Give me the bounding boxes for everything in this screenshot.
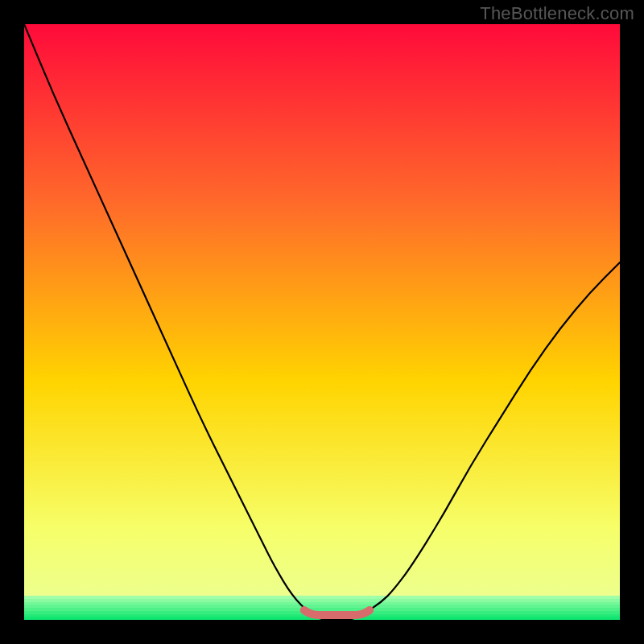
deviation-curve bbox=[24, 24, 620, 620]
plot-area bbox=[24, 24, 620, 620]
target-range-marker bbox=[304, 610, 369, 615]
chart-curves-svg bbox=[24, 24, 620, 620]
chart-container: TheBottleneck.com bbox=[0, 0, 644, 644]
watermark-text: TheBottleneck.com bbox=[480, 3, 634, 24]
